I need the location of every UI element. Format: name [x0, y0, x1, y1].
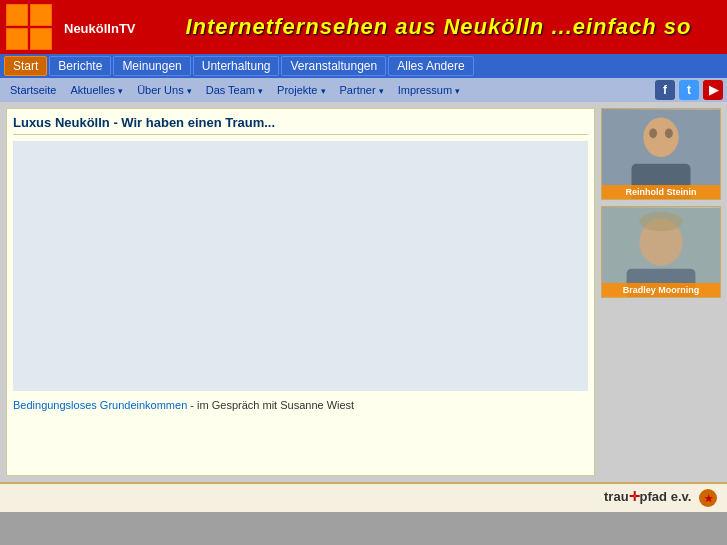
article-link-anchor[interactable]: Bedingungsloses Grundeinkommen	[13, 399, 187, 411]
logo-square-1	[6, 4, 28, 26]
logo-square-4	[30, 28, 52, 50]
svg-point-1	[643, 118, 678, 157]
youtube-icon[interactable]: ▶	[703, 80, 723, 100]
nav1-veranstaltungen[interactable]: Veranstaltungen	[281, 56, 386, 76]
content-left: Luxus Neukölln - Wir haben einen Traum..…	[6, 108, 595, 476]
nav2-ueber-uns-arrow: ▾	[187, 86, 192, 96]
logo-square-2	[30, 4, 52, 26]
nav2-partner-arrow: ▾	[379, 86, 384, 96]
article-link: Bedingungsloses Grundeinkommen - im Gesp…	[13, 399, 588, 411]
footer-logo-text2: pfad e.v.	[640, 489, 692, 504]
logo-box	[6, 4, 52, 50]
sidebar: Reinhold Steinin Bradley Moorning	[601, 108, 721, 476]
nav2-projekte[interactable]: Projekte ▾	[271, 82, 331, 98]
footer-bar: trau✛pfad e.v. ★	[0, 482, 727, 512]
nav2-aktuelles-arrow: ▾	[118, 86, 123, 96]
nav2-projekte-arrow: ▾	[321, 86, 326, 96]
article-link-suffix: - im Gespräch mit Susanne Wiest	[187, 399, 354, 411]
site-title: Internetfernsehen aus Neukölln ...einfac…	[156, 15, 721, 39]
nav2: Startseite Aktuelles ▾ Über Uns ▾ Das Te…	[0, 78, 727, 102]
twitter-icon[interactable]: t	[679, 80, 699, 100]
logo-square-3	[6, 28, 28, 50]
sidebar-card-1: Reinhold Steinin	[601, 108, 721, 200]
nav2-aktuelles[interactable]: Aktuelles ▾	[64, 82, 129, 98]
svg-point-4	[665, 128, 673, 138]
nav1-alles-andere[interactable]: Alles Andere	[388, 56, 473, 76]
nav2-impressum[interactable]: Impressum ▾	[392, 82, 466, 98]
logo-name: NeukölInTV	[64, 21, 136, 36]
footer-logo-highlight: ✛	[629, 489, 640, 504]
main: Luxus Neukölln - Wir haben einen Traum..…	[0, 102, 727, 482]
social-icons: f t ▶	[655, 80, 723, 100]
person2-name: Bradley Moorning	[602, 283, 720, 297]
nav1-unterhaltung[interactable]: Unterhaltung	[193, 56, 280, 76]
footer-icon: ★	[699, 489, 717, 507]
facebook-icon[interactable]: f	[655, 80, 675, 100]
svg-point-3	[649, 128, 657, 138]
footer-logo: trau✛pfad e.v. ★	[604, 489, 717, 507]
sidebar-card-2: Bradley Moorning	[601, 206, 721, 298]
header: NeukölInTV Internetfernsehen aus Neuköll…	[0, 0, 727, 54]
svg-point-8	[639, 212, 682, 232]
nav2-das-team[interactable]: Das Team ▾	[200, 82, 269, 98]
header-inner: NeukölInTV Internetfernsehen aus Neuköll…	[6, 4, 721, 50]
article-title: Luxus Neukölln - Wir haben einen Traum..…	[13, 115, 588, 135]
nav1-meinungen[interactable]: Meinungen	[113, 56, 190, 76]
footer-logo-text1: trau	[604, 489, 629, 504]
nav1-start[interactable]: Start	[4, 56, 47, 76]
nav1: Start Berichte Meinungen Unterhaltung Ve…	[0, 54, 727, 78]
article-box: Luxus Neukölln - Wir haben einen Traum..…	[6, 108, 595, 476]
header-logo-area: NeukölInTV	[6, 4, 156, 50]
header-title-area: Internetfernsehen aus Neukölln ...einfac…	[156, 15, 721, 39]
nav2-ueber-uns[interactable]: Über Uns ▾	[131, 82, 198, 98]
nav2-partner[interactable]: Partner ▾	[334, 82, 390, 98]
nav1-berichte[interactable]: Berichte	[49, 56, 111, 76]
nav2-startseite[interactable]: Startseite	[4, 82, 62, 98]
nav2-impressum-arrow: ▾	[455, 86, 460, 96]
nav2-das-team-arrow: ▾	[258, 86, 263, 96]
video-area[interactable]	[13, 141, 588, 391]
person1-name: Reinhold Steinin	[602, 185, 720, 199]
